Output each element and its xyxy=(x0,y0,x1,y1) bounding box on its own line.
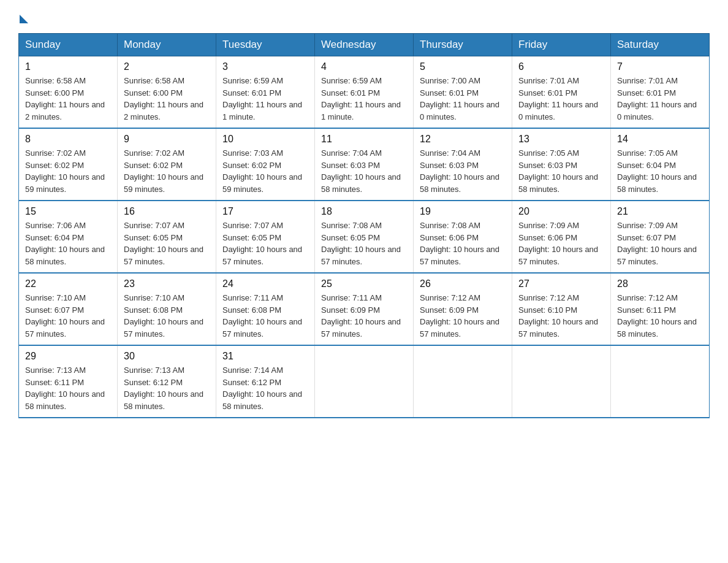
day-number: 28 xyxy=(617,278,703,289)
calendar-table: SundayMondayTuesdayWednesdayThursdayFrid… xyxy=(18,33,710,418)
day-info: Sunrise: 7:14 AM Sunset: 6:12 PM Dayligh… xyxy=(222,364,308,412)
calendar-cell: 4 Sunrise: 6:59 AM Sunset: 6:01 PM Dayli… xyxy=(315,56,414,129)
calendar-cell: 8 Sunrise: 7:02 AM Sunset: 6:02 PM Dayli… xyxy=(19,128,118,201)
day-number: 26 xyxy=(420,278,506,289)
day-number: 9 xyxy=(124,134,210,145)
weekday-header-sunday: Sunday xyxy=(19,34,118,56)
day-number: 8 xyxy=(25,134,111,145)
day-number: 29 xyxy=(25,351,111,362)
calendar-cell: 28 Sunrise: 7:12 AM Sunset: 6:11 PM Dayl… xyxy=(611,273,710,345)
calendar-cell xyxy=(315,345,414,418)
day-info: Sunrise: 7:12 AM Sunset: 6:09 PM Dayligh… xyxy=(420,292,506,340)
weekday-header-tuesday: Tuesday xyxy=(216,34,315,56)
day-number: 21 xyxy=(617,206,703,217)
day-number: 4 xyxy=(321,61,407,72)
day-number: 15 xyxy=(25,206,111,217)
day-info: Sunrise: 7:01 AM Sunset: 6:01 PM Dayligh… xyxy=(518,75,604,123)
calendar-cell: 25 Sunrise: 7:11 AM Sunset: 6:09 PM Dayl… xyxy=(315,273,414,345)
calendar-cell: 1 Sunrise: 6:58 AM Sunset: 6:00 PM Dayli… xyxy=(19,56,118,129)
weekday-header-monday: Monday xyxy=(118,34,216,56)
calendar-cell: 15 Sunrise: 7:06 AM Sunset: 6:04 PM Dayl… xyxy=(19,201,118,273)
day-info: Sunrise: 7:12 AM Sunset: 6:11 PM Dayligh… xyxy=(617,292,703,340)
calendar-cell: 20 Sunrise: 7:09 AM Sunset: 6:06 PM Dayl… xyxy=(512,201,611,273)
day-number: 10 xyxy=(222,134,308,145)
day-number: 25 xyxy=(321,278,407,289)
day-info: Sunrise: 7:13 AM Sunset: 6:12 PM Dayligh… xyxy=(124,364,210,412)
weekday-header-saturday: Saturday xyxy=(611,34,710,56)
day-number: 12 xyxy=(420,134,506,145)
calendar-week-row: 1 Sunrise: 6:58 AM Sunset: 6:00 PM Dayli… xyxy=(19,56,710,129)
calendar-header-row: SundayMondayTuesdayWednesdayThursdayFrid… xyxy=(19,34,710,56)
day-info: Sunrise: 6:59 AM Sunset: 6:01 PM Dayligh… xyxy=(222,75,308,123)
calendar-cell: 11 Sunrise: 7:04 AM Sunset: 6:03 PM Dayl… xyxy=(315,128,414,201)
calendar-cell: 17 Sunrise: 7:07 AM Sunset: 6:05 PM Dayl… xyxy=(216,201,315,273)
day-info: Sunrise: 7:07 AM Sunset: 6:05 PM Dayligh… xyxy=(124,220,210,267)
calendar-cell: 14 Sunrise: 7:05 AM Sunset: 6:04 PM Dayl… xyxy=(611,128,710,201)
day-number: 2 xyxy=(124,61,210,72)
calendar-cell: 18 Sunrise: 7:08 AM Sunset: 6:05 PM Dayl… xyxy=(315,201,414,273)
calendar-cell: 23 Sunrise: 7:10 AM Sunset: 6:08 PM Dayl… xyxy=(118,273,216,345)
day-info: Sunrise: 7:03 AM Sunset: 6:02 PM Dayligh… xyxy=(222,147,308,195)
day-info: Sunrise: 7:05 AM Sunset: 6:04 PM Dayligh… xyxy=(617,147,703,195)
day-number: 19 xyxy=(420,206,506,217)
day-number: 13 xyxy=(518,134,604,145)
calendar-cell: 27 Sunrise: 7:12 AM Sunset: 6:10 PM Dayl… xyxy=(512,273,611,345)
calendar-cell: 22 Sunrise: 7:10 AM Sunset: 6:07 PM Dayl… xyxy=(19,273,118,345)
day-number: 11 xyxy=(321,134,407,145)
day-info: Sunrise: 7:09 AM Sunset: 6:06 PM Dayligh… xyxy=(518,220,604,267)
day-info: Sunrise: 7:13 AM Sunset: 6:11 PM Dayligh… xyxy=(25,364,111,412)
day-info: Sunrise: 7:01 AM Sunset: 6:01 PM Dayligh… xyxy=(617,75,703,123)
calendar-cell: 6 Sunrise: 7:01 AM Sunset: 6:01 PM Dayli… xyxy=(512,56,611,129)
day-number: 31 xyxy=(222,351,308,362)
logo-text xyxy=(18,12,28,23)
calendar-cell: 13 Sunrise: 7:05 AM Sunset: 6:03 PM Dayl… xyxy=(512,128,611,201)
day-info: Sunrise: 7:11 AM Sunset: 6:08 PM Dayligh… xyxy=(222,292,308,340)
day-number: 7 xyxy=(617,61,703,72)
calendar-cell: 30 Sunrise: 7:13 AM Sunset: 6:12 PM Dayl… xyxy=(118,345,216,418)
weekday-header-friday: Friday xyxy=(512,34,611,56)
calendar-cell xyxy=(414,345,512,418)
calendar-cell: 2 Sunrise: 6:58 AM Sunset: 6:00 PM Dayli… xyxy=(118,56,216,129)
day-number: 24 xyxy=(222,278,308,289)
day-number: 5 xyxy=(420,61,506,72)
calendar-cell: 12 Sunrise: 7:04 AM Sunset: 6:03 PM Dayl… xyxy=(414,128,512,201)
day-info: Sunrise: 6:58 AM Sunset: 6:00 PM Dayligh… xyxy=(124,75,210,123)
calendar-cell: 7 Sunrise: 7:01 AM Sunset: 6:01 PM Dayli… xyxy=(611,56,710,129)
day-number: 23 xyxy=(124,278,210,289)
day-info: Sunrise: 7:02 AM Sunset: 6:02 PM Dayligh… xyxy=(25,147,111,195)
calendar-cell: 19 Sunrise: 7:08 AM Sunset: 6:06 PM Dayl… xyxy=(414,201,512,273)
day-info: Sunrise: 7:10 AM Sunset: 6:07 PM Dayligh… xyxy=(25,292,111,340)
day-number: 22 xyxy=(25,278,111,289)
day-number: 27 xyxy=(518,278,604,289)
day-info: Sunrise: 7:09 AM Sunset: 6:07 PM Dayligh… xyxy=(617,220,703,267)
calendar-cell: 16 Sunrise: 7:07 AM Sunset: 6:05 PM Dayl… xyxy=(118,201,216,273)
day-info: Sunrise: 7:10 AM Sunset: 6:08 PM Dayligh… xyxy=(124,292,210,340)
day-number: 18 xyxy=(321,206,407,217)
day-info: Sunrise: 7:06 AM Sunset: 6:04 PM Dayligh… xyxy=(25,220,111,267)
page-header xyxy=(18,12,710,21)
day-info: Sunrise: 7:04 AM Sunset: 6:03 PM Dayligh… xyxy=(321,147,407,195)
day-number: 20 xyxy=(518,206,604,217)
calendar-cell: 21 Sunrise: 7:09 AM Sunset: 6:07 PM Dayl… xyxy=(611,201,710,273)
day-number: 30 xyxy=(124,351,210,362)
day-number: 3 xyxy=(222,61,308,72)
day-info: Sunrise: 7:08 AM Sunset: 6:06 PM Dayligh… xyxy=(420,220,506,267)
calendar-cell xyxy=(611,345,710,418)
day-info: Sunrise: 7:02 AM Sunset: 6:02 PM Dayligh… xyxy=(124,147,210,195)
calendar-cell xyxy=(512,345,611,418)
day-info: Sunrise: 7:04 AM Sunset: 6:03 PM Dayligh… xyxy=(420,147,506,195)
day-info: Sunrise: 7:12 AM Sunset: 6:10 PM Dayligh… xyxy=(518,292,604,340)
logo-arrow-icon xyxy=(20,15,28,23)
day-info: Sunrise: 6:58 AM Sunset: 6:00 PM Dayligh… xyxy=(25,75,111,123)
day-number: 14 xyxy=(617,134,703,145)
logo xyxy=(18,12,28,21)
day-info: Sunrise: 7:07 AM Sunset: 6:05 PM Dayligh… xyxy=(222,220,308,267)
calendar-week-row: 15 Sunrise: 7:06 AM Sunset: 6:04 PM Dayl… xyxy=(19,201,710,273)
day-info: Sunrise: 7:00 AM Sunset: 6:01 PM Dayligh… xyxy=(420,75,506,123)
calendar-cell: 29 Sunrise: 7:13 AM Sunset: 6:11 PM Dayl… xyxy=(19,345,118,418)
calendar-cell: 31 Sunrise: 7:14 AM Sunset: 6:12 PM Dayl… xyxy=(216,345,315,418)
day-info: Sunrise: 6:59 AM Sunset: 6:01 PM Dayligh… xyxy=(321,75,407,123)
calendar-cell: 9 Sunrise: 7:02 AM Sunset: 6:02 PM Dayli… xyxy=(118,128,216,201)
weekday-header-wednesday: Wednesday xyxy=(315,34,414,56)
calendar-cell: 26 Sunrise: 7:12 AM Sunset: 6:09 PM Dayl… xyxy=(414,273,512,345)
